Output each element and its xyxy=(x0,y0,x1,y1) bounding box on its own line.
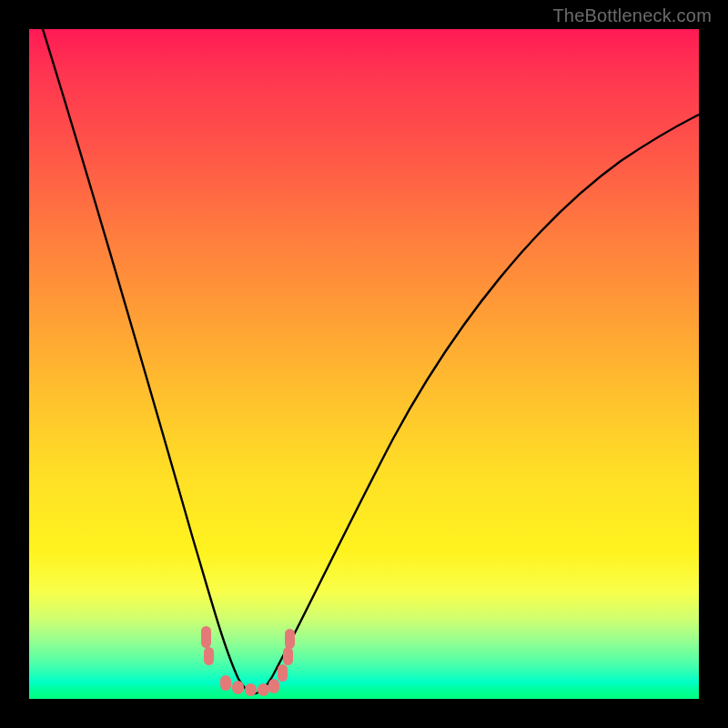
curve-layer xyxy=(29,29,699,699)
marker-pill xyxy=(245,683,257,696)
marker-pill xyxy=(204,647,214,665)
marker-pill xyxy=(258,683,269,696)
outer-frame: TheBottleneck.com xyxy=(0,0,728,728)
watermark-text: TheBottleneck.com xyxy=(552,5,712,26)
marker-pill xyxy=(268,679,279,693)
marker-pill xyxy=(232,681,244,694)
bottleneck-curve xyxy=(43,29,699,693)
marker-pill xyxy=(220,675,231,691)
marker-pill xyxy=(285,629,295,649)
marker-pill xyxy=(201,626,211,648)
marker-pill xyxy=(278,664,288,682)
marker-pill xyxy=(283,647,293,665)
